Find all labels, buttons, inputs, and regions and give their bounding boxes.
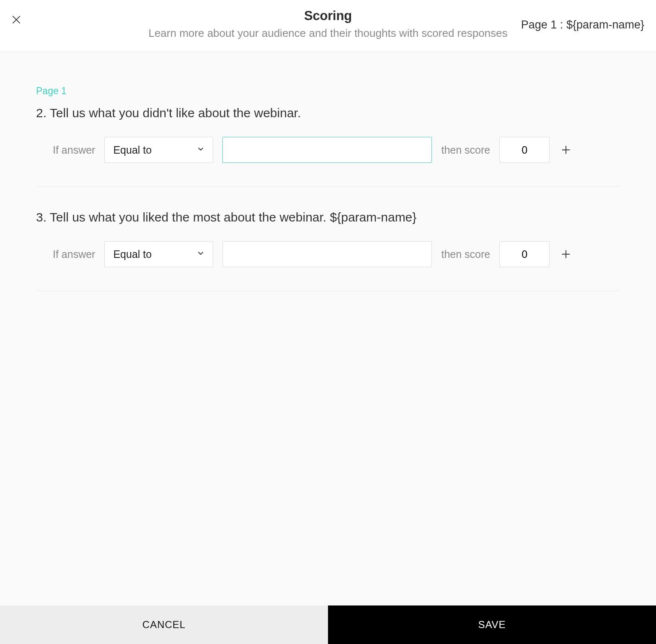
- page-label: Page 1: [36, 85, 620, 97]
- modal-header: Scoring Learn more about your audience a…: [0, 0, 656, 52]
- content-area: Page 1 2. Tell us what you didn't like a…: [0, 52, 656, 605]
- answer-input[interactable]: [222, 137, 432, 163]
- if-answer-label: If answer: [53, 144, 95, 156]
- cancel-button[interactable]: CANCEL: [0, 605, 328, 644]
- score-input[interactable]: [499, 137, 550, 163]
- question-block: 3. Tell us what you liked the most about…: [36, 210, 620, 291]
- rule-row: If answerEqual tothen score: [36, 137, 620, 163]
- modal-footer: CANCEL SAVE: [0, 605, 656, 644]
- question-text: 3. Tell us what you liked the most about…: [36, 210, 620, 224]
- condition-select[interactable]: Equal to: [104, 137, 213, 163]
- plus-icon: [560, 249, 571, 260]
- condition-select[interactable]: Equal to: [104, 241, 213, 267]
- add-rule-button[interactable]: [559, 247, 573, 261]
- save-button[interactable]: SAVE: [328, 605, 656, 644]
- plus-icon: [560, 144, 571, 155]
- add-rule-button[interactable]: [559, 143, 573, 157]
- breadcrumb: Page 1 : ${param-name}: [521, 18, 644, 31]
- condition-select-wrap: Equal to: [104, 137, 213, 163]
- close-icon: [10, 14, 22, 26]
- if-answer-label: If answer: [53, 248, 95, 260]
- rule-row: If answerEqual tothen score: [36, 241, 620, 267]
- close-button[interactable]: [9, 13, 23, 27]
- question-text: 2. Tell us what you didn't like about th…: [36, 106, 620, 120]
- answer-input[interactable]: [222, 241, 432, 267]
- question-block: 2. Tell us what you didn't like about th…: [36, 106, 620, 187]
- then-score-label: then score: [441, 144, 490, 156]
- score-input[interactable]: [499, 241, 550, 267]
- then-score-label: then score: [441, 248, 490, 260]
- condition-select-wrap: Equal to: [104, 241, 213, 267]
